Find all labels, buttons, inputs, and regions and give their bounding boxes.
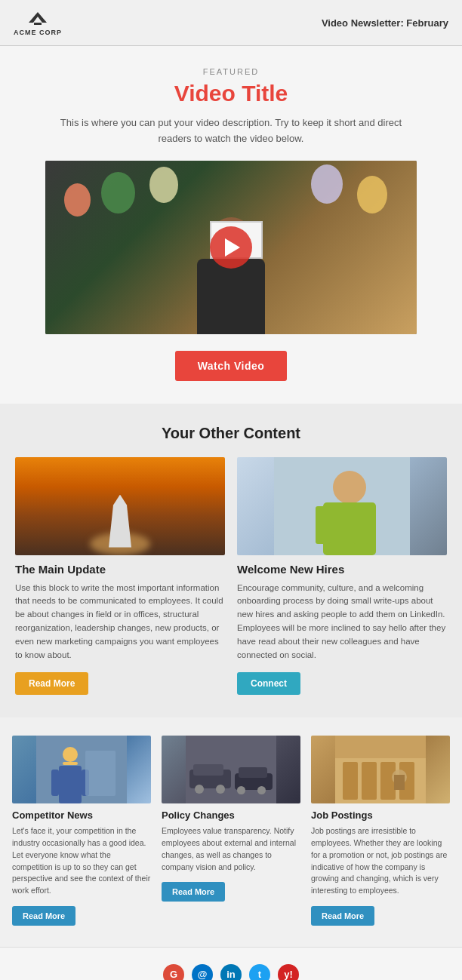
- balloon-4: [357, 176, 387, 214]
- balloon-2: [149, 167, 178, 203]
- new-hires-card: Welcome New Hires Encourage community, c…: [237, 457, 447, 696]
- svg-rect-4: [316, 506, 331, 544]
- policy-changes-image: [162, 736, 300, 803]
- three-col-section: Competitor News Let's face it, your comp…: [0, 717, 462, 947]
- svg-rect-16: [195, 785, 204, 794]
- email-footer: G @ in t y! ©ACME Corporation 2018 100 M…: [0, 947, 462, 980]
- header-newsletter-title: Video Newsletter: February: [322, 16, 448, 29]
- rocket-image: [15, 457, 225, 555]
- balloon-5: [64, 183, 91, 217]
- email-wrapper: ACME CORP Video Newsletter: February FEA…: [0, 0, 462, 980]
- social-icons: G @ in t y!: [15, 964, 447, 980]
- svg-rect-21: [257, 786, 266, 794]
- competitor-news-card: Competitor News Let's face it, your comp…: [12, 736, 151, 926]
- job-postings-button[interactable]: Read More: [311, 906, 374, 926]
- featured-section: FEATURED Video Title This is where you c…: [0, 46, 462, 404]
- svg-rect-9: [59, 766, 82, 803]
- svg-rect-8: [63, 762, 78, 765]
- warehouse-image: [311, 736, 450, 803]
- policy-changes-button[interactable]: Read More: [162, 882, 225, 902]
- main-update-button[interactable]: Read More: [15, 672, 88, 695]
- svg-rect-19: [239, 767, 267, 778]
- logo-icon: [25, 9, 51, 27]
- worker-image: [12, 736, 151, 803]
- svg-rect-24: [343, 762, 358, 800]
- other-content-section: Your Other Content The Main Update Use t…: [0, 404, 462, 718]
- policy-changes-card: Policy Changes Employees value transpare…: [162, 736, 300, 926]
- svg-rect-15: [193, 764, 223, 776]
- main-update-image: [15, 457, 225, 555]
- svg-rect-12: [85, 751, 116, 796]
- yelp-icon[interactable]: y!: [278, 964, 299, 980]
- new-hires-title: Welcome New Hires: [237, 563, 447, 576]
- email-icon[interactable]: @: [192, 964, 213, 980]
- svg-rect-29: [394, 775, 405, 790]
- two-col-grid: The Main Update Use this block to write …: [15, 457, 447, 696]
- job-postings-image: [311, 736, 450, 803]
- svg-rect-10: [51, 770, 59, 796]
- svg-rect-17: [216, 785, 225, 794]
- competitor-news-button[interactable]: Read More: [12, 906, 75, 926]
- competitor-news-image: [12, 736, 151, 803]
- policy-changes-title: Policy Changes: [162, 809, 300, 821]
- featured-title: Video Title: [45, 81, 417, 106]
- job-postings-card: Job Postings Job postings are irresistib…: [311, 736, 450, 926]
- twitter-icon[interactable]: t: [249, 964, 270, 980]
- svg-rect-5: [353, 506, 368, 544]
- main-update-title: The Main Update: [15, 563, 225, 576]
- watch-video-button[interactable]: Watch Video: [175, 351, 288, 381]
- main-update-text: Use this block to write the most importa…: [15, 582, 225, 662]
- three-col-grid: Competitor News Let's face it, your comp…: [12, 736, 450, 926]
- balloon-3: [311, 164, 343, 204]
- svg-point-2: [333, 471, 366, 504]
- job-postings-text: Job postings are irresistible to employe…: [311, 825, 450, 897]
- balloon-1: [101, 172, 135, 214]
- rocket-shape: [109, 495, 131, 548]
- cars-image: [162, 736, 300, 803]
- email-header: ACME CORP Video Newsletter: February: [0, 0, 462, 46]
- svg-rect-20: [237, 786, 245, 794]
- job-postings-title: Job Postings: [311, 809, 450, 821]
- featured-label: FEATURED: [45, 67, 417, 76]
- new-hires-text: Encourage community, culture, and a welc…: [237, 582, 447, 662]
- svg-point-7: [63, 747, 78, 762]
- policy-changes-text: Employees value transparency. Notify emp…: [162, 825, 300, 873]
- new-hires-button[interactable]: Connect: [237, 672, 300, 695]
- competitor-news-text: Let's face it, your competition in the i…: [12, 825, 151, 897]
- play-triangle-icon: [225, 238, 240, 257]
- main-update-card: The Main Update Use this block to write …: [15, 457, 225, 696]
- play-button[interactable]: [210, 226, 252, 269]
- linkedin-icon[interactable]: in: [220, 964, 242, 980]
- competitor-news-title: Competitor News: [12, 809, 151, 821]
- other-content-title: Your Other Content: [15, 425, 447, 442]
- new-hires-image: [237, 457, 447, 555]
- video-thumbnail[interactable]: [45, 161, 417, 334]
- logo-text: ACME CORP: [14, 29, 62, 36]
- logo-area: ACME CORP: [14, 9, 62, 36]
- person-body: [197, 259, 265, 334]
- svg-rect-0: [34, 23, 42, 25]
- google-icon[interactable]: G: [163, 964, 184, 980]
- featured-description: This is where you can put your video des…: [45, 115, 417, 147]
- svg-rect-25: [362, 762, 377, 800]
- person-image: [237, 457, 447, 555]
